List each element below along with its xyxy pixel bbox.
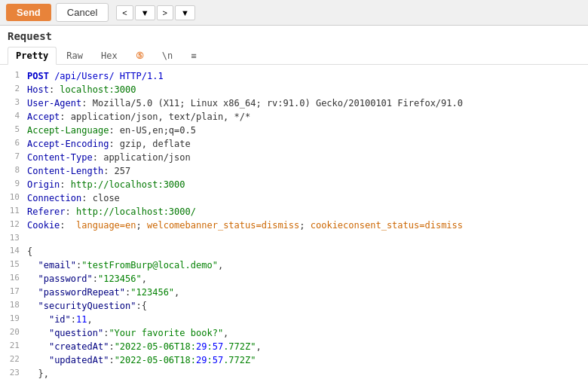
table-row: 12Cookie: language=en; welcomebanner_sta… xyxy=(3,219,585,232)
line-number: 6 xyxy=(6,137,20,150)
request-title: Request xyxy=(8,30,580,42)
table-row: 17 "passwordRepeat":"123456", xyxy=(3,286,585,299)
tab-bar: Pretty Raw Hex ⑤ \n ≡ xyxy=(0,47,588,65)
line-content: { xyxy=(27,245,582,258)
table-row: 9Origin: http://localhost:3000 xyxy=(3,178,585,191)
line-number: 17 xyxy=(6,286,20,298)
line-content: "createdAt":"2022-05-06T18:29:57.772Z", xyxy=(27,340,582,353)
table-row: 1POST /api/Users/ HTTP/1.1 xyxy=(3,69,585,83)
table-row: 8Content-Length: 257 xyxy=(3,164,585,178)
line-number: 23 xyxy=(6,367,20,380)
table-row: 13 xyxy=(3,232,585,245)
line-number: 9 xyxy=(6,178,20,191)
line-content: POST /api/Users/ HTTP/1.1 xyxy=(27,69,582,83)
line-content: Accept-Encoding: gzip, deflate xyxy=(27,137,582,151)
table-row: 15 "email":"testFromBurp@local.demo", xyxy=(3,258,585,272)
line-number: 7 xyxy=(6,151,20,164)
line-number: 10 xyxy=(6,191,20,204)
line-number: 22 xyxy=(6,353,20,366)
toolbar: Send Cancel < ▼ > ▼ xyxy=(0,0,588,26)
line-number: 3 xyxy=(6,96,20,109)
table-row: 7Content-Type: application/json xyxy=(3,151,585,164)
tab-raw[interactable]: Raw xyxy=(58,47,91,64)
table-row: 10Connection: close xyxy=(3,191,585,205)
line-content: "email":"testFromBurp@local.demo", xyxy=(27,258,582,272)
line-content: "passwordRepeat":"123456", xyxy=(27,286,582,299)
line-content: Host: localhost:3000 xyxy=(27,83,582,96)
line-content: }, xyxy=(27,367,582,380)
nav-back-button[interactable]: < xyxy=(116,5,133,20)
line-content: Accept-Language: en-US,en;q=0.5 xyxy=(27,124,582,137)
nav-forward-button[interactable]: > xyxy=(157,5,173,20)
line-number: 18 xyxy=(6,299,20,312)
tab-pretty[interactable]: Pretty xyxy=(8,47,57,65)
line-number: 13 xyxy=(6,232,20,245)
table-row: 14{ xyxy=(3,245,585,258)
table-row: 4Accept: application/json, text/plain, *… xyxy=(3,110,585,124)
table-row: 20 "question":"Your favorite book?", xyxy=(3,326,585,340)
table-row: 18 "securityQuestion":{ xyxy=(3,299,585,313)
table-row: 19 "id":11, xyxy=(3,313,585,326)
table-row: 16 "password":"123456", xyxy=(3,272,585,286)
line-content: Content-Length: 257 xyxy=(27,164,582,178)
line-content: User-Agent: Mozilla/5.0 (X11; Linux x86_… xyxy=(27,96,582,110)
line-content: Accept: application/json, text/plain, */… xyxy=(27,110,582,124)
line-number: 5 xyxy=(6,124,20,136)
table-row: 23 }, xyxy=(3,367,585,380)
tab-4[interactable]: ⑤ xyxy=(127,47,152,64)
tab-menu[interactable]: ≡ xyxy=(182,47,204,64)
line-content: Content-Type: application/json xyxy=(27,151,582,164)
line-number: 20 xyxy=(6,326,20,339)
line-content: "securityQuestion":{ xyxy=(27,299,582,313)
send-button[interactable]: Send xyxy=(6,4,51,21)
line-number: 11 xyxy=(6,205,20,218)
cancel-button[interactable]: Cancel xyxy=(56,3,109,22)
navigation-buttons: < ▼ > ▼ xyxy=(116,5,195,20)
line-number: 12 xyxy=(6,219,20,231)
line-content: Cookie: language=en; welcomebanner_statu… xyxy=(27,219,582,232)
line-number: 14 xyxy=(6,245,20,258)
line-number: 19 xyxy=(6,313,20,326)
line-number: 16 xyxy=(6,272,20,285)
table-row: 2Host: localhost:3000 xyxy=(3,83,585,96)
line-number: 1 xyxy=(6,69,20,82)
table-row: 3User-Agent: Mozilla/5.0 (X11; Linux x86… xyxy=(3,96,585,110)
line-number: 4 xyxy=(6,110,20,123)
line-content: Referer: http://localhost:3000/ xyxy=(27,205,582,219)
line-number: 21 xyxy=(6,340,20,353)
table-row: 21 "createdAt":"2022-05-06T18:29:57.772Z… xyxy=(3,340,585,353)
tab-newline[interactable]: \n xyxy=(154,47,181,64)
request-content-area[interactable]: 1POST /api/Users/ HTTP/1.12Host: localho… xyxy=(0,65,588,379)
table-row: 11Referer: http://localhost:3000/ xyxy=(3,205,585,219)
line-content: "password":"123456", xyxy=(27,272,582,286)
table-row: 22 "updatedAt":"2022-05-06T18:29:57.772Z… xyxy=(3,353,585,367)
line-content: "updatedAt":"2022-05-06T18:29:57.772Z" xyxy=(27,353,582,367)
line-content: "question":"Your favorite book?", xyxy=(27,326,582,340)
request-section-header: Request xyxy=(0,26,588,47)
line-number: 15 xyxy=(6,258,20,271)
line-number: 8 xyxy=(6,164,20,177)
line-number: 2 xyxy=(6,83,20,96)
table-row: 5Accept-Language: en-US,en;q=0.5 xyxy=(3,124,585,137)
line-content: "id":11, xyxy=(27,313,582,326)
tab-hex[interactable]: Hex xyxy=(93,47,126,64)
line-content: Origin: http://localhost:3000 xyxy=(27,178,582,191)
line-content: Connection: close xyxy=(27,191,582,205)
table-row: 6Accept-Encoding: gzip, deflate xyxy=(3,137,585,151)
nav-back-dropdown-button[interactable]: ▼ xyxy=(135,5,155,20)
nav-forward-dropdown-button[interactable]: ▼ xyxy=(175,5,195,20)
